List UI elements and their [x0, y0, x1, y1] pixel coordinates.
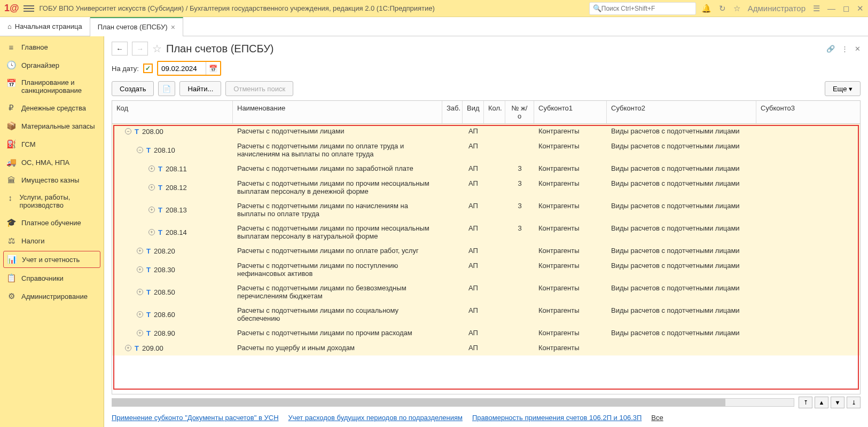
maximize-icon[interactable]: ◻: [843, 4, 849, 13]
settings-icon[interactable]: ☰: [813, 4, 820, 13]
table-row[interactable]: + Т 209.00 Расчеты по ущербу и иным дохо…: [112, 341, 860, 355]
bell-icon[interactable]: 🔔: [701, 4, 711, 13]
col-sub2[interactable]: Субконто2: [607, 101, 756, 123]
tree-toggle-icon[interactable]: +: [137, 266, 143, 273]
code-value: 208.90: [154, 329, 175, 337]
date-input[interactable]: [158, 62, 206, 75]
col-kol[interactable]: Кол.: [484, 101, 505, 123]
table-row[interactable]: + Т 208.60 Расчеты с подотчетными лицами…: [112, 303, 860, 326]
col-vid[interactable]: Вид: [463, 101, 484, 123]
search-input[interactable]: [601, 5, 692, 12]
table-row[interactable]: + Т 208.12 Расчеты с подотчетными лицами…: [112, 176, 860, 199]
col-zab[interactable]: Заб.: [442, 101, 463, 123]
tab-close-icon[interactable]: ×: [171, 23, 175, 31]
cancel-search-button[interactable]: Отменить поиск: [225, 81, 293, 96]
kol-value: [484, 161, 505, 176]
grid-body[interactable]: − Т 208.00 Расчеты с подотчетными лицами…: [112, 124, 860, 394]
calendar-icon[interactable]: 📅: [206, 62, 220, 75]
table-row[interactable]: + Т 208.13 Расчеты с подотчетными лицами…: [112, 199, 860, 221]
tab-plan[interactable]: План счетов (ЕПСБУ) ×: [90, 17, 183, 36]
tree-toggle-icon[interactable]: +: [137, 311, 143, 318]
sidebar-item-8[interactable]: ↕Услуги, работы, производство: [0, 189, 104, 213]
tree-toggle-icon[interactable]: +: [137, 330, 143, 336]
sub2-value: Виды расчетов с подотчетными лицами: [607, 176, 756, 199]
table-row[interactable]: − Т 208.00 Расчеты с подотчетными лицами…: [112, 124, 860, 139]
history-icon[interactable]: ↻: [719, 4, 726, 13]
tree-toggle-icon[interactable]: +: [137, 289, 143, 295]
user-name[interactable]: Администратор: [748, 4, 806, 13]
sub3-value: [756, 124, 860, 139]
zab-value: [442, 243, 463, 258]
tree-toggle-icon[interactable]: +: [148, 207, 155, 213]
tree-toggle-icon[interactable]: −: [125, 128, 131, 135]
footer-link-2[interactable]: Учет расходов будущих периодов по подраз…: [288, 414, 463, 422]
tree-toggle-icon[interactable]: +: [137, 248, 143, 254]
date-checkbox[interactable]: ✓: [143, 64, 153, 73]
sidebar-item-13[interactable]: ⚙Администрирование: [0, 287, 104, 305]
find-button[interactable]: Найти...: [179, 81, 221, 96]
tabbar: ⌂ Начальная страница План счетов (ЕПСБУ)…: [0, 17, 868, 36]
main-menu-icon[interactable]: [24, 3, 34, 14]
col-code[interactable]: Код: [112, 101, 233, 123]
back-button[interactable]: ←: [112, 42, 128, 56]
favorite-icon[interactable]: ☆: [152, 42, 162, 55]
sidebar-item-12[interactable]: 📋Справочники: [0, 269, 104, 287]
tree-toggle-icon[interactable]: +: [125, 345, 131, 351]
copy-button[interactable]: 📄: [158, 81, 175, 96]
minimize-icon[interactable]: —: [827, 4, 835, 13]
nav-label: ОС, НМА, НПА: [21, 159, 69, 167]
sidebar-item-10[interactable]: ⚖Налоги: [0, 232, 104, 250]
table-row[interactable]: + Т 208.11 Расчеты с подотчетными лицами…: [112, 161, 860, 176]
more-button[interactable]: Еще ▾: [825, 81, 861, 96]
scroll-down-button[interactable]: ▼: [831, 397, 844, 408]
footer-all[interactable]: Все: [651, 414, 663, 422]
tab-home[interactable]: ⌂ Начальная страница: [0, 17, 90, 36]
tree-toggle-icon[interactable]: +: [148, 229, 155, 235]
col-sub3[interactable]: Субконто3: [756, 101, 860, 123]
tree-toggle-icon[interactable]: +: [148, 165, 155, 172]
table-row[interactable]: + Т 208.14 Расчеты с подотчетными лицами…: [112, 221, 860, 243]
forward-button[interactable]: →: [132, 42, 148, 56]
table-row[interactable]: + Т 208.90 Расчеты с подотчетными лицами…: [112, 326, 860, 341]
footer-link-3[interactable]: Правомерность применения счетов 106.2П и…: [472, 414, 642, 422]
sidebar-item-0[interactable]: ≡Главное: [0, 38, 104, 56]
more-icon[interactable]: ⋮: [841, 45, 848, 53]
table-row[interactable]: + Т 208.30 Расчеты с подотчетными лицами…: [112, 258, 860, 281]
create-button[interactable]: Создать: [112, 81, 154, 96]
zab-value: [442, 326, 463, 341]
col-name[interactable]: Наименование: [233, 101, 442, 123]
sidebar-item-1[interactable]: 🕓Органайзер: [0, 56, 104, 74]
sidebar-item-11[interactable]: 📊Учет и отчетность: [3, 251, 100, 268]
nav-icon: ⚙: [6, 291, 16, 301]
sub3-value: [756, 221, 860, 243]
scroll-bottom-button[interactable]: ⤓: [847, 397, 861, 408]
close-icon[interactable]: ✕: [857, 4, 864, 13]
table-row[interactable]: − Т 208.10 Расчеты с подотчетными лицами…: [112, 139, 860, 161]
h-scrollbar[interactable]: [112, 398, 794, 407]
sub2-value: Виды расчетов с подотчетными лицами: [607, 303, 756, 326]
tree-toggle-icon[interactable]: +: [148, 184, 155, 191]
sidebar-item-4[interactable]: 📦Материальные запасы: [0, 117, 104, 135]
sidebar-item-3[interactable]: ₽Денежные средства: [0, 99, 104, 117]
sidebar-item-2[interactable]: 📅Планирование и санкционирование: [0, 74, 104, 99]
footer-link-1[interactable]: Применение субконто "Документы расчетов"…: [112, 414, 279, 422]
code-value: 208.20: [154, 247, 175, 255]
jo-value: 3: [505, 221, 534, 243]
scroll-top-button[interactable]: ⤒: [799, 397, 812, 408]
col-jo[interactable]: № ж/о: [505, 101, 534, 123]
link-icon[interactable]: 🔗: [826, 45, 835, 53]
star-icon[interactable]: ☆: [733, 4, 740, 13]
tree-toggle-icon[interactable]: −: [137, 147, 143, 153]
scroll-up-button[interactable]: ▲: [815, 397, 828, 408]
logo-1c: 1@: [4, 3, 19, 14]
form-close-icon[interactable]: ✕: [855, 45, 861, 53]
name-value: Расчеты с подотчетными лицами по оплате …: [233, 139, 442, 161]
col-sub1[interactable]: Субконто1: [534, 101, 607, 123]
sidebar-item-6[interactable]: 🚚ОС, НМА, НПА: [0, 153, 104, 171]
table-row[interactable]: + Т 208.50 Расчеты с подотчетными лицами…: [112, 281, 860, 303]
sidebar-item-5[interactable]: ⛽ГСМ: [0, 135, 104, 153]
sidebar-item-7[interactable]: 🏛Имущество казны: [0, 171, 104, 189]
sidebar-item-9[interactable]: 🎓Платное обучение: [0, 213, 104, 232]
global-search[interactable]: 🔍: [589, 2, 696, 15]
table-row[interactable]: + Т 208.20 Расчеты с подотчетными лицами…: [112, 243, 860, 258]
